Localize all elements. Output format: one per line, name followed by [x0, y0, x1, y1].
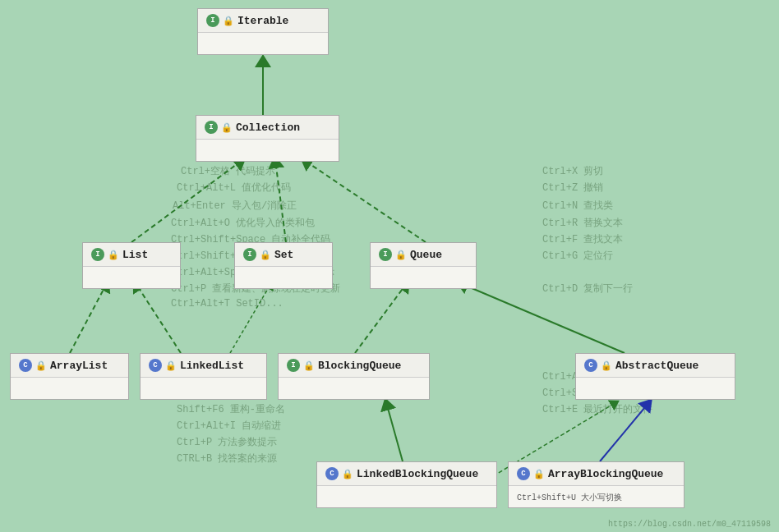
- title-abstractqueue: AbstractQueue: [615, 360, 698, 372]
- badge-iterable: I: [206, 14, 219, 27]
- body-arraylist: [11, 378, 128, 399]
- shortcut-text: Ctrl+R 替换文本: [542, 216, 623, 230]
- lock-linkedblockingqueue: 🔒: [342, 469, 353, 479]
- lock-collection: 🔒: [221, 122, 233, 133]
- body-list: [83, 267, 180, 288]
- uml-box-collection: I 🔒 Collection: [196, 115, 339, 162]
- title-linkedblockingqueue: LinkedBlockingQueue: [357, 468, 478, 480]
- shortcut-text: Ctrl+Alt+T SetID...: [171, 298, 283, 310]
- lock-arrayblockingqueue: 🔒: [533, 469, 545, 479]
- uml-box-abstractqueue: C 🔒 AbstractQueue: [575, 353, 735, 400]
- url-watermark: https://blog.csdn.net/m0_47119598: [608, 520, 771, 529]
- title-queue: Queue: [410, 249, 442, 261]
- svg-line-10: [600, 402, 649, 461]
- diagram-container: Ctrl+空格 代码提示Ctrl+Alt+L 值优化代码Alt+Enter 导入…: [0, 0, 779, 532]
- body-queue: [371, 267, 476, 288]
- shortcut-text: Ctrl+N 查找类: [542, 199, 613, 213]
- shortcut-text: Ctrl+X 剪切: [542, 164, 603, 178]
- uml-box-linkedlist: C 🔒 LinkedList: [140, 353, 267, 400]
- lock-set: 🔒: [260, 250, 271, 260]
- lock-list: 🔒: [108, 250, 119, 260]
- shortcut-text: Ctrl+G 定位行: [542, 249, 613, 263]
- shortcut-text: Alt+Enter 导入包/消除正: [173, 199, 297, 213]
- shortcut-text: Ctrl+D 复制下一行: [542, 282, 633, 296]
- shortcut-text: Ctrl+Z 撤销: [542, 181, 603, 195]
- shortcut-text: CTRL+B 找答案的来源: [177, 452, 277, 466]
- body-collection: [196, 140, 339, 161]
- badge-arrayblockingqueue: C: [517, 467, 530, 480]
- title-blockingqueue: BlockingQueue: [318, 360, 401, 372]
- lock-arraylist: 🔒: [35, 360, 47, 371]
- title-collection: Collection: [236, 122, 300, 134]
- svg-line-7: [355, 283, 407, 353]
- svg-line-9: [386, 402, 403, 461]
- badge-linkedlist: C: [149, 359, 162, 372]
- uml-box-iterable: I 🔒 Iterable: [197, 8, 329, 55]
- shortcut-text: Ctrl+P 方法参数提示: [177, 435, 277, 449]
- badge-list: I: [91, 248, 104, 261]
- badge-linkedblockingqueue: C: [325, 467, 339, 480]
- body-linkedblockingqueue: [317, 486, 496, 507]
- uml-box-set: I 🔒 Set: [234, 242, 333, 289]
- badge-arraylist: C: [19, 359, 32, 372]
- badge-queue: I: [379, 248, 392, 261]
- lock-blockingqueue: 🔒: [303, 360, 315, 371]
- shortcut-text: Ctrl+E 最近打开的文件: [542, 402, 652, 416]
- uml-box-linkedblockingqueue: C 🔒 LinkedBlockingQueue: [316, 461, 497, 508]
- body-arrayblockingqueue: Ctrl+Shift+U 大小写切换: [509, 486, 684, 507]
- badge-collection: I: [205, 121, 218, 134]
- lock-linkedlist: 🔒: [165, 360, 177, 371]
- svg-line-2: [275, 160, 286, 242]
- lock-iterable: 🔒: [223, 16, 234, 26]
- badge-blockingqueue: I: [287, 359, 300, 372]
- body-abstractqueue: [576, 378, 735, 399]
- title-arraylist: ArrayList: [50, 360, 108, 372]
- shortcut-text: Ctrl+Alt+O 优化导入的类和包: [171, 216, 315, 230]
- badge-abstractqueue: C: [584, 359, 597, 372]
- svg-line-5: [136, 283, 181, 353]
- arrayblockingqueue-hint: Ctrl+Shift+U 大小写切换: [517, 493, 622, 502]
- uml-box-arrayblockingqueue: C 🔒 ArrayBlockingQueue Ctrl+Shift+U 大小写切…: [508, 461, 685, 508]
- svg-line-1: [131, 160, 242, 242]
- shortcut-text: Ctrl+空格 代码提示: [181, 164, 275, 178]
- svg-line-6: [230, 283, 271, 353]
- badge-set: I: [243, 248, 256, 261]
- lock-queue: 🔒: [395, 250, 407, 260]
- title-iterable: Iterable: [237, 15, 288, 27]
- body-blockingqueue: [279, 378, 429, 399]
- svg-line-8: [460, 283, 625, 353]
- svg-line-3: [304, 160, 426, 242]
- lock-abstractqueue: 🔒: [601, 360, 612, 371]
- shortcut-text: Ctrl+Alt+I 自动缩进: [177, 419, 281, 433]
- uml-box-blockingqueue: I 🔒 BlockingQueue: [278, 353, 430, 400]
- body-set: [235, 267, 332, 288]
- uml-box-arraylist: C 🔒 ArrayList: [10, 353, 129, 400]
- shortcut-text: Shift+F6 重构-重命名: [177, 402, 285, 416]
- uml-box-queue: I 🔒 Queue: [370, 242, 477, 289]
- body-linkedlist: [141, 378, 266, 399]
- uml-box-list: I 🔒 List: [82, 242, 181, 289]
- shortcut-text: Ctrl+F 查找文本: [542, 232, 623, 246]
- title-arrayblockingqueue: ArrayBlockingQueue: [548, 468, 663, 480]
- body-iterable: [198, 33, 328, 54]
- title-linkedlist: LinkedList: [180, 360, 244, 372]
- shortcut-text: Ctrl+Alt+L 值优化代码: [177, 181, 291, 195]
- title-list: List: [122, 249, 148, 261]
- svg-line-4: [70, 283, 107, 353]
- title-set: Set: [274, 249, 293, 261]
